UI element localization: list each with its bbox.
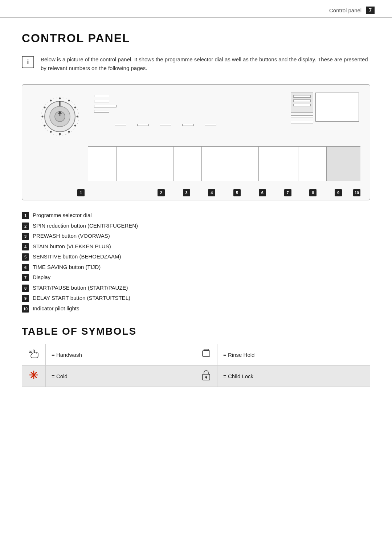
num-badge-7: 7 [284,189,291,196]
legend-text-9: DELAY START button (STARTUITSTEL) [33,294,130,302]
btn-5 [173,147,202,181]
legend-text-6: TIME SAVING button (TIJD) [33,263,101,272]
btn-4 [145,147,173,181]
handwash-label: = Handwash [46,344,195,366]
legend-text-2: SPIN reduction button (CENTRIFUGEREN) [33,222,138,230]
svg-point-4 [59,98,61,99]
legend-badge-7: 7 [22,274,29,281]
num-badge-4: 4 [208,189,215,196]
legend-text-3: PREWASH button (VOORWAS) [33,232,110,240]
page-number: 7 [366,7,375,14]
main-content: CONTROL PANEL i Below is a picture of th… [0,18,392,401]
num-badge-2: 2 [158,189,165,196]
rinse-hold-icon-cell [195,344,217,366]
number-labels-row: 1 2 3 4 5 6 7 8 9 10 [22,189,370,196]
control-panel-diagram: 1 2 3 4 5 6 7 8 9 10 [22,84,370,200]
legend-badge-10: 10 [22,305,29,313]
svg-point-25 [33,374,35,376]
symbols-table: = Handwash = Rinse Hold [22,344,370,387]
btn-9 [298,147,327,181]
child-lock-label: = Child Lock [217,366,370,387]
btn-3 [117,147,145,181]
legend-text-8: START/PAUSE button (START/PAUZE) [33,284,128,292]
num-badge-1: 1 [77,189,85,196]
num-badge-8: 8 [309,189,317,196]
num-badge-10: 10 [353,189,360,196]
section-title-control-panel: CONTROL PANEL [22,32,370,45]
legend-item-10: 10 Indicator pilot lights [22,305,370,313]
legend-item-7: 7 Display [22,273,370,282]
info-icon: i [22,56,34,68]
svg-point-9 [68,131,70,133]
section-title-symbols: TABLE OF SYMBOLS [22,326,370,337]
btn-2 [88,147,117,181]
legend-text-4: STAIN button (VLEKKEN PLUS) [33,242,111,251]
child-lock-icon-cell [195,366,217,387]
num-badge-6: 6 [259,189,266,196]
legend-text-10: Indicator pilot lights [33,305,79,313]
legend-badge-6: 6 [22,264,29,271]
small-line-right2 [291,121,313,123]
svg-point-7 [77,116,78,118]
legend-text-7: Display [33,273,50,282]
legend-item-4: 4 STAIN button (VLEKKEN PLUS) [22,242,370,251]
info-row: i Below is a picture of the control pane… [22,55,370,73]
btn-6 [202,147,230,181]
symbols-row-1: = Handwash = Rinse Hold [22,344,370,366]
legend-text-5: SENSITIVE button (BEHOEDZAAM) [33,253,121,261]
svg-point-13 [42,116,44,118]
button-row [88,146,360,181]
legend-badge-4: 4 [22,243,29,250]
header-title: Control panel [329,7,362,13]
info-text: Below is a picture of the control panel.… [41,55,370,73]
legend-item-3: 3 PREWASH button (VOORWAS) [22,232,370,240]
cold-icon-cell [22,366,46,387]
num-badge-3: 3 [183,189,190,196]
page-header: Control panel 7 [0,0,392,18]
btn-7 [230,147,258,181]
stack-lines [94,95,117,113]
svg-rect-19 [203,351,210,356]
svg-point-15 [50,100,52,102]
svg-point-14 [44,107,46,109]
legend-badge-8: 8 [22,285,29,292]
small-line-right [291,115,313,118]
svg-point-12 [44,125,46,127]
legend-item-8: 8 START/PAUSE button (START/PAUZE) [22,284,370,292]
svg-point-27 [205,376,207,378]
handwash-icon-cell [22,344,46,366]
dial-diagram [38,95,82,138]
num-badge-9: 9 [335,189,342,196]
legend-item-9: 9 DELAY START button (STARTUITSTEL) [22,294,370,302]
symbols-row-2: = Cold = Child Lock [22,366,370,387]
horizontal-lines-row [115,124,216,126]
svg-point-6 [74,107,76,109]
svg-point-5 [68,100,70,102]
svg-point-10 [59,133,61,135]
display-box-large [315,93,359,122]
btn-10 [327,147,360,181]
svg-point-8 [74,125,76,127]
legend-text-1: Programme selector dial [33,211,92,220]
legend-badge-9: 9 [22,295,29,302]
legend-item-1: 1 Programme selector dial [22,211,370,220]
legend-badge-1: 1 [22,212,29,219]
num-badge-5: 5 [233,189,241,196]
legend-badge-3: 3 [22,233,29,240]
rinse-hold-label: = Rinse Hold [217,344,370,366]
legend-item-2: 2 SPIN reduction button (CENTRIFUGEREN) [22,222,370,230]
svg-point-11 [50,131,52,133]
cold-label: = Cold [46,366,195,387]
legend-badge-2: 2 [22,223,29,230]
btn-8 [259,147,298,181]
display-box-small [291,93,313,113]
legend-badge-5: 5 [22,253,29,261]
legend-item-6: 6 TIME SAVING button (TIJD) [22,263,370,272]
legend-list: 1 Programme selector dial 2 SPIN reducti… [22,211,370,313]
legend-item-5: 5 SENSITIVE button (BEHOEDZAAM) [22,253,370,261]
svg-rect-20 [204,349,208,351]
